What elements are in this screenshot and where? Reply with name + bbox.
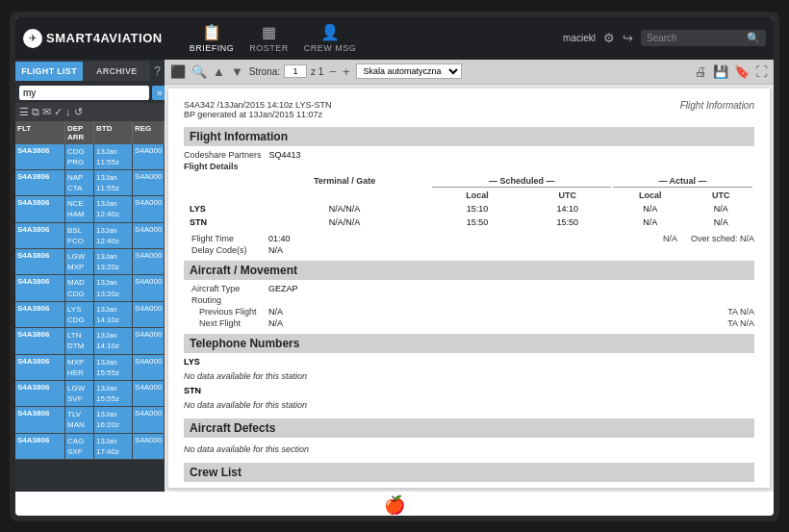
email-icon[interactable]: ✉ [42,106,51,118]
next-ta: TA N/A [727,318,754,328]
col-terminal-gate: Terminal / Gate [259,175,430,188]
zoom-in-plus-icon[interactable]: + [343,64,350,79]
station-act-utc-STN: N/A [690,216,752,228]
nav-back-icon[interactable]: ⬛ [170,64,186,79]
flight-list: S4A3806 CDGPRG 13Jan11:55z S4A000 S4A380… [15,144,165,492]
station-tg-STN: N/A/N/A [259,216,430,228]
doc-header-row: S4A342 /13Jan/2015 14:10z LYS-STN BP gen… [184,100,754,119]
expand-icon[interactable]: ⛶ [755,64,768,79]
station-act-local-STN: N/A [613,216,688,228]
sidebar-search-row: » [15,83,165,103]
page-number-input[interactable] [284,64,307,78]
roster-icon: ▦ [262,23,277,41]
cell-flt-7: S4A3806 [15,328,65,353]
copy-icon[interactable]: ⧉ [32,106,39,118]
cell-dep-arr-7: LTNDTM [65,328,94,353]
tab-flight-list[interactable]: FLIGHT LIST [15,62,83,81]
cell-flt-8: S4A3806 [15,355,65,380]
zoom-select[interactable]: Skala automatyczna [356,63,462,79]
flight-details-label: Flight Details [184,162,261,171]
table-row[interactable]: S4A3806 NCEHAM 13Jan12:40z S4A000 [15,196,165,222]
cell-btd-0: 13Jan11:55z [94,144,133,169]
table-row[interactable]: S4A3806 CAGSXF 13Jan17:40z S4A000 [15,434,165,460]
cell-dep-arr-8: MXPHER [65,355,94,380]
cell-btd-2: 13Jan12:40z [94,196,133,221]
routing-row: Routing [184,295,754,305]
prev-ta: TA N/A [727,307,754,317]
refresh-icon[interactable]: ↺ [74,106,83,118]
check-icon[interactable]: ✓ [54,106,63,118]
table-row[interactable]: S4A3806 CDGPRG 13Jan11:55z S4A000 [15,144,165,170]
table-row[interactable]: S4A3806 BSLFCO 13Jan12:40z S4A000 [15,223,165,249]
download-icon[interactable]: ↓ [65,106,71,117]
station-tg-LYS: N/A/N/A [259,203,430,215]
bookmark-icon[interactable]: 🔖 [734,64,750,79]
delay-codes-row: Delay Code(s) N/A [184,245,754,255]
main-area: FLIGHT LIST ARCHIVE ? » ☰ ⧉ ✉ ✓ ↓ ↺ [15,60,774,492]
cell-reg-7: S4A000 [133,328,165,353]
toolbar-right: 🖨 💾 🔖 ⛶ [695,64,768,79]
station-sch-local-LYS: 15:10 [432,203,522,215]
cell-dep-arr-9: LGWSVF [65,381,94,406]
table-row[interactable]: S4A3806 LGWMXP 13Jan13:20z S4A000 [15,249,165,275]
table-row[interactable]: S4A3806 LYSCDG 13Jan14:10z S4A000 [15,302,165,328]
zoom-in-icon[interactable]: 🔍 [191,64,207,79]
cell-btd-4: 13Jan13:20z [94,249,133,274]
table-row[interactable]: S4A3806 NAPCTA 13Jan11:55z S4A000 [15,170,165,196]
device-screen: ✈ SMART4AVIATION 📋 BRIEFING ▦ ROSTER 👤 C… [15,17,774,516]
cell-btd-10: 13Jan16:20z [94,407,133,432]
nav-crew-msg[interactable]: 👤 CREW MSG [304,23,357,53]
col-act-local: Local [613,190,688,201]
stations-table: Terminal / Gate — Scheduled — — Actual —… [184,173,754,230]
top-nav: ✈ SMART4AVIATION 📋 BRIEFING ▦ ROSTER 👤 C… [15,17,774,60]
table-row[interactable]: S4A3806 TLVMAN 13Jan16:20z S4A000 [15,407,165,433]
aircraft-defects-no-data: No data available for this section [184,442,754,457]
logout-icon[interactable]: ↪ [623,31,633,45]
plane-icon: ✈ [29,33,37,43]
list-icon[interactable]: ☰ [19,106,29,118]
aircraft-defects-no-data-text: No data available for this section [184,444,309,454]
nav-roster[interactable]: ▦ ROSTER [249,23,289,53]
cell-flt-1: S4A3806 [15,170,65,195]
delay-codes-label: Delay Code(s) [184,245,261,255]
cell-dep-arr-3: BSLFCO [65,223,94,248]
cell-reg-8: S4A000 [133,355,165,380]
next-flight-value: N/A [268,318,283,328]
table-row[interactable]: S4A3806 LTNDTM 13Jan14:10z S4A000 [15,328,165,354]
print-icon[interactable]: 🖨 [695,64,707,79]
zoom-out-icon[interactable]: − [329,64,337,79]
flight-time-row: Flight Time 01:40 N/A Over sched: N/A [184,234,754,243]
sidebar-tabs: FLIGHT LIST ARCHIVE [15,62,150,81]
station-row-LYS: LYS N/A/N/A 15:10 14:10 N/A N/A [186,203,752,215]
doc-area: S4A342 /13Jan/2015 14:10z LYS-STN BP gen… [168,89,770,488]
help-icon[interactable]: ? [150,60,165,83]
table-row[interactable]: S4A3806 MADCDG 13Jan13:20z S4A000 [15,275,165,301]
routing-label: Routing [184,295,261,305]
lys-no-data: No data available for this station [184,368,754,384]
save-icon[interactable]: 💾 [713,64,728,79]
table-row[interactable]: S4A3806 MXPHER 13Jan15:55z S4A000 [15,355,165,381]
table-header: FLT DEP ARR BTD REG [15,121,165,144]
next-page-icon[interactable]: ▼ [231,64,243,79]
table-row[interactable]: S4A3806 LGWSVF 13Jan15:55z S4A000 [15,381,165,407]
cell-btd-9: 13Jan15:55z [94,381,133,406]
cell-flt-11: S4A3806 [15,434,65,459]
section-aircraft-movement: Aircraft / Movement [184,261,754,280]
flight-details-label-row: Flight Details [184,162,754,171]
crew-msg-icon: 👤 [320,23,341,41]
user-area: maciekl ⚙ ↪ 🔍 [563,30,766,46]
tab-archive[interactable]: ARCHIVE [83,62,150,81]
nav-briefing[interactable]: 📋 BRIEFING [190,23,235,53]
prev-page-icon[interactable]: ▲ [213,64,225,79]
cell-flt-6: S4A3806 [15,302,65,327]
station-act-local-LYS: N/A [613,203,688,215]
col-scheduled: — Scheduled — [432,175,611,188]
search-input[interactable] [647,33,743,43]
delay-codes-value: N/A [268,245,283,255]
cell-reg-3: S4A000 [133,223,165,248]
sidebar-search-input[interactable] [19,86,149,100]
sidebar-toolbar: ☰ ⧉ ✉ ✓ ↓ ↺ [15,103,165,121]
cell-btd-8: 13Jan15:55z [94,355,133,380]
settings-icon[interactable]: ⚙ [603,31,615,45]
station-id-STN: STN [186,216,257,228]
